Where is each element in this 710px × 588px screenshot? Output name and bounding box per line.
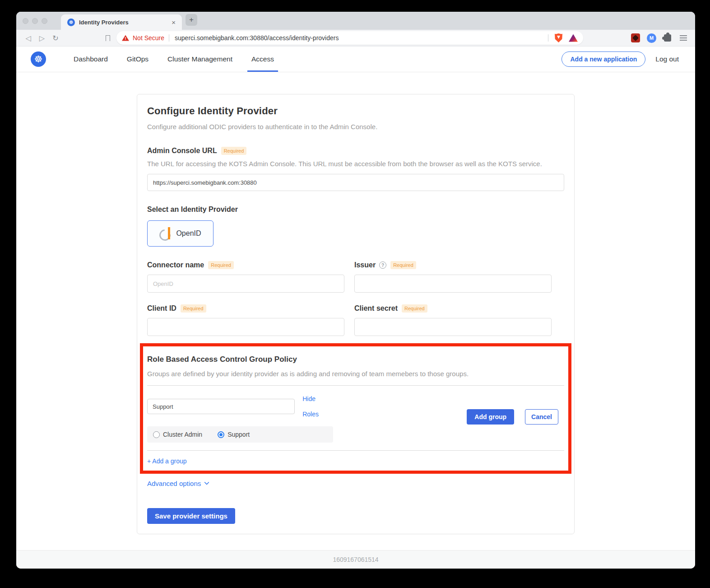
forward-icon[interactable]: ▷ <box>35 34 49 42</box>
new-tab-button[interactable]: + <box>186 14 197 26</box>
not-secure-label[interactable]: Not Secure <box>133 34 164 42</box>
kubernetes-logo: ☸ <box>31 51 46 67</box>
client-id-label: Client ID <box>147 304 176 313</box>
back-icon[interactable]: ◁ <box>22 34 35 42</box>
required-badge: Required <box>208 261 234 269</box>
help-question-icon[interactable]: ? <box>379 261 386 269</box>
kubernetes-favicon: ☸ <box>67 19 75 26</box>
client-secret-field: Client secret Required <box>354 304 552 336</box>
menu-hamburger-icon[interactable] <box>680 37 687 38</box>
radio-cluster-admin[interactable] <box>153 431 160 438</box>
nav-item-dashboard[interactable]: Dashboard <box>70 47 112 72</box>
reload-icon[interactable]: ↻ <box>49 34 62 42</box>
role-option-support[interactable]: Support <box>218 431 250 438</box>
close-tab-icon[interactable]: × <box>170 19 177 26</box>
divider <box>147 450 564 451</box>
close-window-button[interactable] <box>23 18 28 24</box>
page-content: Configure Identity Provider Configure ad… <box>16 72 695 550</box>
add-a-group-link[interactable]: + Add a group <box>147 457 187 465</box>
nav-item-cluster-management[interactable]: Cluster Management <box>163 47 237 72</box>
admin-console-url-input[interactable] <box>147 174 564 191</box>
rbac-section-title: Role Based Access Control Group Policy <box>147 355 564 364</box>
logout-link[interactable]: Log out <box>655 55 681 63</box>
add-group-button[interactable]: Add group <box>467 409 514 425</box>
url-divider <box>548 34 548 42</box>
url-divider <box>169 34 169 42</box>
extension-icon[interactable] <box>631 33 640 42</box>
hide-roles-link[interactable]: Hide Roles <box>302 391 333 422</box>
issuer-label: Issuer <box>354 261 376 269</box>
not-secure-warning-icon: ! <box>122 35 129 41</box>
tab-strip: ☸ Identity Providers × + <box>16 12 695 30</box>
window-controls <box>16 18 53 24</box>
client-secret-label: Client secret <box>354 304 398 313</box>
nav-item-gitops[interactable]: GitOps <box>123 47 153 72</box>
rbac-section-description: Groups are defined by your identity prov… <box>147 370 564 378</box>
openid-option-label: OpenID <box>176 229 201 238</box>
tab-title: Identity Providers <box>79 19 170 26</box>
nav-item-access[interactable]: Access <box>247 47 278 72</box>
connector-name-label: Connector name <box>147 261 204 269</box>
save-provider-settings-button[interactable]: Save provider settings <box>147 508 235 524</box>
required-badge: Required <box>390 261 416 269</box>
openid-provider-option[interactable]: OpenID <box>147 220 213 247</box>
provider-fields-grid: Connector name Required Issuer ? Require… <box>147 261 564 336</box>
annotation-rectangle: Role Based Access Control Group Policy G… <box>140 343 571 474</box>
chevron-down-icon <box>204 480 209 485</box>
required-badge: Required <box>181 304 206 313</box>
select-provider-label: Select an Identity Provider <box>147 205 564 214</box>
extensions-puzzle-icon[interactable] <box>664 34 671 42</box>
client-id-field: Client ID Required <box>147 304 344 336</box>
role-option-cluster-admin[interactable]: Cluster Admin <box>153 431 202 438</box>
cancel-button[interactable]: Cancel <box>525 409 558 425</box>
page-subtitle: Configure additional ODIC providers to a… <box>147 123 564 131</box>
profile-avatar[interactable]: M <box>647 33 656 43</box>
bat-rewards-icon[interactable] <box>569 34 578 42</box>
admin-console-url-help: The URL for accessing the KOTS Admin Con… <box>147 160 564 168</box>
browser-tab[interactable]: ☸ Identity Providers × <box>61 14 182 30</box>
url-bar[interactable]: ! Not Secure superci.somebigbank.com:308… <box>116 31 583 45</box>
page-title: Configure Identity Provider <box>147 105 564 117</box>
group-row: Hide Roles Cluster Admin Support <box>147 391 564 443</box>
required-badge: Required <box>221 147 247 155</box>
connector-name-input[interactable] <box>147 275 344 293</box>
add-new-application-button[interactable]: Add a new application <box>562 51 645 67</box>
bookmark-icon[interactable] <box>106 35 110 41</box>
brave-shield-icon[interactable] <box>555 33 562 42</box>
radio-support[interactable] <box>218 431 224 438</box>
roles-panel: Cluster Admin Support <box>147 426 333 443</box>
app-navbar: ☸ Dashboard GitOps Cluster Management Ac… <box>16 47 695 72</box>
extensions-area: M <box>631 33 690 43</box>
url-text[interactable]: superci.somebigbank.com:30880/access/ide… <box>175 34 543 42</box>
advanced-options-toggle[interactable]: Advanced options <box>147 480 564 487</box>
issuer-input[interactable] <box>354 275 552 293</box>
client-id-input[interactable] <box>147 318 344 336</box>
divider <box>147 385 564 386</box>
group-name-input[interactable] <box>147 399 295 414</box>
maximize-window-button[interactable] <box>42 18 47 24</box>
identity-provider-card: Configure Identity Provider Configure ad… <box>137 94 575 534</box>
connector-name-field: Connector name Required <box>147 261 344 293</box>
client-secret-input[interactable] <box>354 318 552 336</box>
required-badge: Required <box>402 304 427 313</box>
issuer-field: Issuer ? Required <box>354 261 552 293</box>
openid-icon <box>159 227 172 240</box>
admin-console-url-label: Admin Console URL Required <box>147 147 564 155</box>
browser-window: ☸ Identity Providers × + ◁ ▷ ↻ ! Not Sec… <box>16 12 695 569</box>
advanced-options-label: Advanced options <box>147 480 201 487</box>
minimize-window-button[interactable] <box>32 18 38 24</box>
browser-toolbar: ◁ ▷ ↻ ! Not Secure superci.somebigbank.c… <box>16 30 695 47</box>
footer-timestamp: 1609167061514 <box>333 556 378 563</box>
page-footer: 1609167061514 <box>16 550 695 569</box>
